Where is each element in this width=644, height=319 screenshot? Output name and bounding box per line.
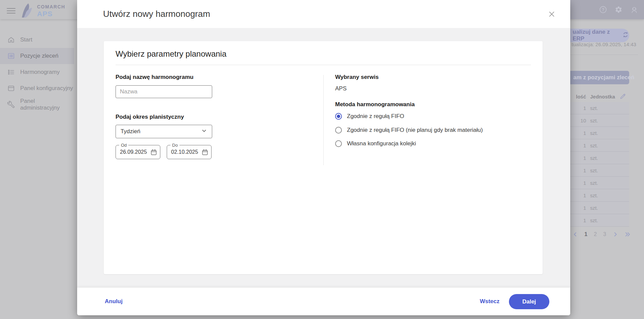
- sidebar-nav: Start Pozycje zleceń Harmonogramy: [0, 32, 74, 113]
- panel-divider: [569, 55, 638, 55]
- sidebar-item-start[interactable]: Start: [0, 32, 74, 48]
- radio-unselected-icon: [335, 127, 342, 134]
- qty-cell: 1: [570, 155, 586, 161]
- page-number-2[interactable]: 2: [594, 231, 597, 237]
- columns-divider: [323, 75, 324, 165]
- table-row[interactable]: 1szt.: [570, 189, 629, 202]
- next-button[interactable]: Dalej: [509, 294, 549, 309]
- svg-text:?: ?: [602, 7, 605, 12]
- table-row[interactable]: 1szt.: [570, 152, 629, 164]
- orders-table-header: lość Jednostka: [570, 92, 638, 101]
- period-select[interactable]: Tydzień: [116, 125, 212, 138]
- service-value: APS: [335, 85, 347, 92]
- dialog-title: Utwórz nowy harmonogram: [103, 9, 210, 19]
- table-row[interactable]: 1szt.: [570, 177, 629, 189]
- page-number-3[interactable]: 3: [603, 231, 606, 237]
- sidebar-item-panel-konfiguracyjny[interactable]: Panel konfiguracyjny: [0, 80, 74, 96]
- brand-product: APS: [37, 10, 65, 18]
- date-to-value: 02.10.2025: [171, 149, 198, 155]
- calendar-icon[interactable]: [201, 149, 208, 156]
- pagination: 1 2 3: [573, 228, 631, 241]
- page-prev-icon[interactable]: [573, 232, 578, 237]
- page-next-icon[interactable]: [613, 232, 618, 237]
- unit-cell: szt.: [590, 118, 598, 123]
- sidebar-item-panel-administracyjny[interactable]: Panel administracyjny: [0, 96, 74, 113]
- create-schedule-dialog: Utwórz nowy harmonogram Wybierz parametr…: [77, 0, 570, 315]
- unit-cell: szt.: [590, 218, 598, 223]
- card-heading: Wybierz parametry planowania: [116, 49, 226, 59]
- schedule-name-input[interactable]: [116, 85, 212, 98]
- unit-cell: szt.: [590, 130, 598, 136]
- sidebar-item-label: Panel konfiguracyjny: [20, 85, 73, 92]
- page-last-icon[interactable]: [624, 232, 631, 237]
- radio-selected-icon: [335, 113, 342, 120]
- top-bar-actions: ?: [569, 0, 644, 19]
- unit-cell: szt.: [590, 155, 598, 161]
- radio-unselected-icon: [335, 140, 342, 147]
- qty-cell: 1: [570, 105, 586, 111]
- sidebar-item-harmonogramy[interactable]: Harmonogramy: [0, 64, 74, 80]
- table-row[interactable]: 1szt.: [570, 202, 629, 214]
- qty-cell: 1: [570, 130, 586, 136]
- unit-cell: szt.: [590, 105, 598, 111]
- qty-cell: 1: [570, 143, 586, 148]
- brand-name: COMARCH: [37, 4, 65, 9]
- dialog-body: Wybierz parametry planowania Podaj nazwę…: [77, 28, 570, 288]
- table-row[interactable]: 1szt.: [570, 214, 629, 227]
- orders-diagram-button[interactable]: am z pozycjami zleceń: [570, 71, 629, 84]
- table-row[interactable]: 1szt.: [570, 127, 629, 139]
- update-erp-button-label: ualizuj dane z ERP: [573, 29, 618, 42]
- radio-option-custom-queue[interactable]: Własna konfiguracja kolejki: [335, 140, 416, 147]
- home-icon: [7, 36, 15, 44]
- sidebar-item-label: Start: [20, 36, 32, 43]
- date-to-label: Do: [170, 143, 180, 148]
- period-field-label: Podaj okres planistyczny: [116, 114, 184, 120]
- table-row[interactable]: 1szt.: [570, 164, 629, 177]
- radio-option-fifo-no-material[interactable]: Zgodnie z regułą FIFO (nie planuj gdy br…: [335, 127, 483, 134]
- date-to-field[interactable]: Do 02.10.2025: [167, 145, 212, 159]
- cancel-button[interactable]: Anuluj: [105, 288, 123, 315]
- qty-cell: 1: [570, 168, 586, 173]
- unit-cell: szt.: [590, 143, 598, 148]
- sidebar-item-label: Harmonogramy: [20, 69, 60, 76]
- gear-icon[interactable]: [615, 6, 622, 13]
- qty-cell: 1: [570, 180, 586, 186]
- date-from-value: 26.09.2025: [120, 149, 147, 155]
- help-icon[interactable]: ?: [599, 6, 607, 13]
- unit-cell: szt.: [590, 168, 598, 173]
- table-row[interactable]: 10szt.: [570, 114, 629, 127]
- qty-cell: 10: [570, 118, 586, 123]
- dialog-footer: Anuluj Wstecz Dalej: [77, 288, 570, 315]
- close-icon[interactable]: [547, 9, 556, 19]
- name-field-label: Podaj nazwę harmonogramu: [116, 74, 193, 81]
- last-update-text: tualizacja: 26.09.2025, 14:43: [572, 41, 636, 47]
- back-button[interactable]: Wstecz: [480, 288, 500, 315]
- user-profile-icon[interactable]: [630, 6, 638, 14]
- sidebar-item-label: Pozycje zleceń: [20, 53, 58, 59]
- date-from-field[interactable]: Od 26.09.2025: [116, 145, 160, 159]
- radio-option-label: Zgodnie z regułą FIFO: [347, 113, 404, 120]
- unit-cell: szt.: [590, 180, 598, 186]
- pencil-icon[interactable]: [619, 92, 626, 100]
- orders-side-panel: ualizuj dane z ERP tualizacja: 26.09.202…: [569, 19, 644, 319]
- unit-cell: szt.: [590, 205, 598, 211]
- refresh-icon: [622, 31, 629, 40]
- calendar-icon[interactable]: [150, 149, 157, 156]
- config-panel-icon: [7, 84, 15, 92]
- table-row[interactable]: 1szt.: [570, 139, 629, 152]
- planning-parameters-card: Wybierz parametry planowania Podaj nazwę…: [104, 41, 543, 274]
- period-select-value: Tydzień: [121, 128, 140, 135]
- sidebar-item-label: Panel administracyjny: [20, 98, 74, 111]
- update-erp-button[interactable]: ualizuj dane z ERP: [570, 29, 629, 42]
- radio-option-fifo[interactable]: Zgodnie z regułą FIFO: [335, 113, 404, 120]
- app-root: COMARCH APS ?: [0, 0, 644, 319]
- table-row[interactable]: 1szt.: [570, 102, 629, 114]
- date-from-label: Od: [119, 143, 128, 148]
- page-number-1[interactable]: 1: [584, 231, 587, 237]
- hamburger-menu-icon[interactable]: [7, 8, 15, 13]
- heading-divider: [116, 65, 531, 65]
- order-items-icon: [7, 52, 15, 60]
- sidebar-item-pozycje-zlecen[interactable]: Pozycje zleceń: [0, 48, 74, 64]
- radio-option-label: Zgodnie z regułą FIFO (nie planuj gdy br…: [347, 127, 483, 134]
- unit-cell: szt.: [590, 193, 598, 198]
